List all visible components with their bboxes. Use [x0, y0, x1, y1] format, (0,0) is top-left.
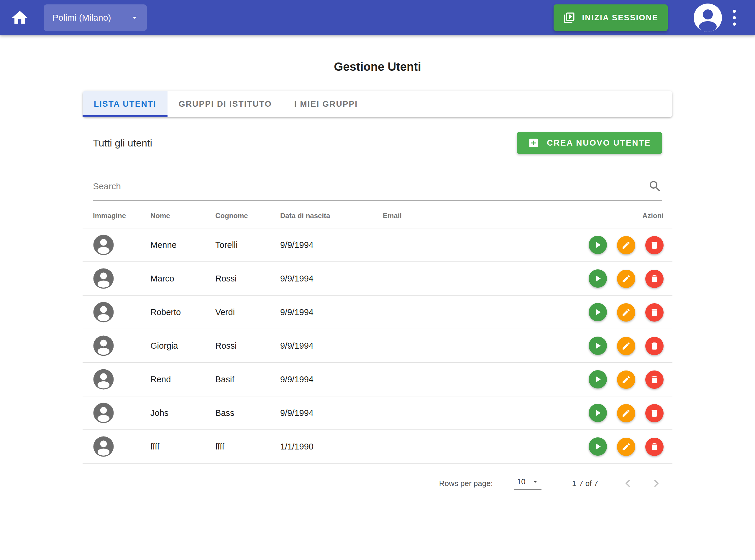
play-icon — [593, 441, 603, 452]
cell-nome: ffff — [150, 430, 215, 463]
trash-icon — [650, 341, 659, 351]
edit-user-button[interactable] — [617, 371, 635, 389]
users-table: Immagine Nome Cognome Data di nascita Em… — [82, 203, 673, 464]
trash-icon — [650, 274, 659, 283]
chevron-right-icon — [649, 476, 663, 491]
cell-nome: Menne — [150, 228, 215, 262]
delete-user-button[interactable] — [645, 371, 663, 389]
cell-email — [383, 396, 560, 430]
cell-nome: Roberto — [150, 295, 215, 329]
table-row: ffff ffff 1/1/1990 — [82, 430, 673, 463]
cell-cognome: Bass — [215, 396, 280, 430]
delete-user-button[interactable] — [645, 236, 663, 254]
table-row: Giorgia Rossi 9/9/1994 — [82, 329, 673, 362]
column-header-cognome: Cognome — [215, 203, 280, 228]
cell-data-di-nascita: 9/9/1994 — [280, 362, 383, 396]
tab-lista-utenti[interactable]: LISTA UTENTI — [82, 91, 168, 117]
start-user-session-button[interactable] — [589, 303, 607, 321]
rows-per-page-select[interactable]: 10 — [514, 477, 541, 490]
delete-user-button[interactable] — [645, 337, 663, 355]
cell-data-di-nascita: 9/9/1994 — [280, 295, 383, 329]
pencil-icon — [621, 274, 631, 283]
user-avatar-icon — [93, 369, 114, 390]
cell-email — [383, 329, 560, 362]
table-row: Rend Basif 9/9/1994 — [82, 362, 673, 396]
delete-user-button[interactable] — [645, 303, 663, 322]
play-icon — [593, 408, 603, 418]
start-user-session-button[interactable] — [589, 236, 607, 254]
page-title: Gestione Utenti — [82, 60, 673, 74]
home-button[interactable] — [11, 8, 29, 27]
cell-email — [383, 295, 560, 329]
column-header-azioni: Azioni — [560, 203, 673, 228]
cell-email — [383, 262, 560, 295]
table-row: Menne Torelli 9/9/1994 — [82, 228, 673, 262]
trash-icon — [650, 375, 659, 384]
cell-data-di-nascita: 9/9/1994 — [280, 262, 383, 295]
play-icon — [593, 374, 603, 384]
edit-user-button[interactable] — [617, 404, 635, 422]
organization-select[interactable]: Polimi (Milano) — [44, 4, 147, 31]
chevron-down-icon — [531, 477, 540, 486]
column-header-email: Email — [383, 203, 560, 228]
tab-gruppi-di-istituto[interactable]: GRUPPI DI ISTITUTO — [168, 91, 283, 117]
cell-data-di-nascita: 1/1/1990 — [280, 430, 383, 463]
start-user-session-button[interactable] — [589, 269, 607, 288]
main-content: Gestione Utenti LISTA UTENTI GRUPPI DI I… — [82, 60, 673, 491]
cell-data-di-nascita: 9/9/1994 — [280, 396, 383, 430]
next-page-button[interactable] — [649, 476, 663, 491]
home-icon — [11, 8, 29, 27]
edit-user-button[interactable] — [617, 236, 635, 254]
edit-user-button[interactable] — [617, 270, 635, 288]
edit-user-button[interactable] — [617, 438, 635, 456]
pencil-icon — [621, 408, 631, 418]
search-field — [93, 179, 662, 201]
trash-icon — [650, 240, 659, 250]
start-session-label: INIZIA SESSIONE — [582, 13, 658, 22]
organization-select-value: Polimi (Milano) — [53, 13, 111, 23]
user-avatar-icon — [93, 268, 114, 289]
cell-data-di-nascita: 9/9/1994 — [280, 228, 383, 262]
trash-icon — [650, 308, 659, 317]
chevron-left-icon — [620, 476, 635, 491]
delete-user-button[interactable] — [645, 270, 663, 288]
start-user-session-button[interactable] — [589, 404, 607, 422]
pagination-range-label: 1-7 of 7 — [572, 479, 598, 488]
edit-user-button[interactable] — [617, 337, 635, 355]
play-icon — [593, 240, 603, 250]
search-input[interactable] — [93, 181, 648, 191]
user-avatar-icon — [93, 402, 114, 423]
search-icon — [648, 179, 662, 193]
account-menu-button[interactable] — [694, 3, 722, 32]
cell-nome: Marco — [150, 262, 215, 295]
edit-user-button[interactable] — [617, 303, 635, 322]
cell-nome: Giorgia — [150, 329, 215, 362]
create-user-button[interactable]: CREA NUOVO UTENTE — [517, 132, 662, 154]
previous-page-button[interactable] — [620, 476, 635, 491]
tab-bar: LISTA UTENTI GRUPPI DI ISTITUTO I MIEI G… — [82, 91, 673, 117]
plus-box-icon — [528, 137, 539, 148]
dots-vertical-icon — [729, 7, 740, 28]
pencil-icon — [621, 442, 631, 452]
cell-cognome: ffff — [215, 430, 280, 463]
slideshow-icon — [563, 12, 575, 24]
tab-i-miei-gruppi[interactable]: I MIEI GRUPPI — [283, 91, 369, 117]
delete-user-button[interactable] — [645, 404, 663, 422]
start-user-session-button[interactable] — [589, 437, 607, 456]
start-session-button[interactable]: INIZIA SESSIONE — [554, 4, 668, 31]
play-icon — [593, 274, 603, 283]
overflow-menu-button[interactable] — [729, 7, 740, 28]
cell-email — [383, 228, 560, 262]
trash-icon — [650, 408, 659, 418]
users-table-head: Immagine Nome Cognome Data di nascita Em… — [82, 203, 673, 228]
user-avatar-icon — [93, 436, 114, 457]
rows-per-page-value: 10 — [517, 477, 526, 486]
cell-email — [383, 430, 560, 463]
start-user-session-button[interactable] — [589, 370, 607, 388]
start-user-session-button[interactable] — [589, 337, 607, 355]
cell-nome: Rend — [150, 362, 215, 396]
account-circle-icon — [694, 3, 722, 32]
delete-user-button[interactable] — [645, 438, 663, 456]
table-row: Johs Bass 9/9/1994 — [82, 396, 673, 430]
play-icon — [593, 341, 603, 351]
